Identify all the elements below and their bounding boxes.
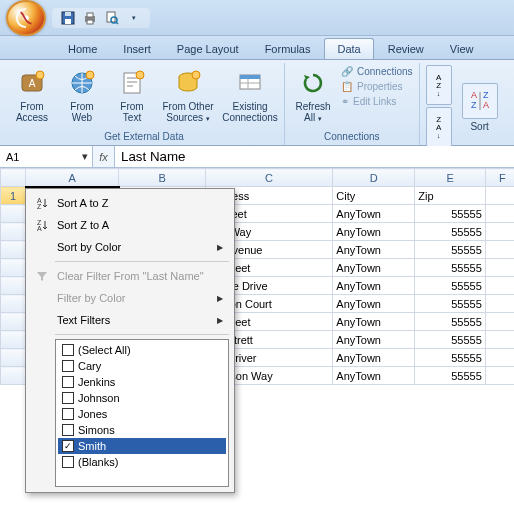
cell[interactable]: 55555 xyxy=(415,367,486,385)
save-icon[interactable] xyxy=(60,10,76,26)
formula-input[interactable] xyxy=(115,146,514,167)
from-text-button[interactable]: From Text xyxy=(110,65,154,123)
connections-label: Connections xyxy=(357,66,413,77)
print-preview-icon[interactable] xyxy=(104,10,120,26)
cell[interactable]: AnyTown xyxy=(333,331,415,349)
sort-za-button[interactable]: ZA↓ xyxy=(426,107,452,147)
cell[interactable]: 55555 xyxy=(415,259,486,277)
menu-sort-color[interactable]: Sort by Color ▶ xyxy=(29,236,231,258)
from-access-button[interactable]: A From Access xyxy=(10,65,54,123)
tab-formulas[interactable]: Formulas xyxy=(253,39,323,59)
cell[interactable]: 55555 xyxy=(415,205,486,223)
sort-dialog-button[interactable]: AZZA Sort xyxy=(458,81,502,132)
cell[interactable] xyxy=(485,259,514,277)
filter-check-item[interactable]: (Select All) xyxy=(58,342,226,358)
svg-point-19 xyxy=(136,71,144,79)
cell[interactable] xyxy=(485,331,514,349)
row-header[interactable] xyxy=(1,331,26,349)
worksheet-grid[interactable]: A B C D E F 1 Last Name▼ First Name Addr… xyxy=(0,168,514,385)
cell[interactable]: 55555 xyxy=(415,223,486,241)
menu-text-filters[interactable]: Text Filters ▶ xyxy=(29,309,231,331)
cell[interactable]: AnyTown xyxy=(333,349,415,367)
name-box[interactable] xyxy=(0,149,78,165)
checkbox-icon xyxy=(62,424,74,436)
cell-e1[interactable]: Zip xyxy=(415,187,486,205)
filter-check-item[interactable]: Simons xyxy=(58,422,226,438)
refresh-all-button[interactable]: Refresh All ▾ xyxy=(291,65,335,124)
filter-checklist[interactable]: (Select All)CaryJenkinsJohnsonJonesSimon… xyxy=(55,339,229,487)
connections-icon: 🔗 xyxy=(341,66,353,77)
cell[interactable]: 55555 xyxy=(415,313,486,331)
tab-review[interactable]: Review xyxy=(376,39,436,59)
cell[interactable]: AnyTown xyxy=(333,205,415,223)
row-header[interactable] xyxy=(1,277,26,295)
cell[interactable] xyxy=(485,241,514,259)
cell[interactable] xyxy=(485,277,514,295)
filter-item-label: (Select All) xyxy=(78,344,131,356)
cell[interactable]: AnyTown xyxy=(333,241,415,259)
svg-line-9 xyxy=(116,22,118,24)
sort-az-button[interactable]: AZ↓ xyxy=(426,65,452,105)
fx-button[interactable]: fx xyxy=(93,146,115,167)
col-header-f[interactable]: F xyxy=(485,169,514,187)
cell[interactable]: 55555 xyxy=(415,277,486,295)
other-sources-icon xyxy=(172,67,204,99)
filter-check-item[interactable]: Johnson xyxy=(58,390,226,406)
cell[interactable]: AnyTown xyxy=(333,367,415,385)
menu-sort-az-label: Sort A to Z xyxy=(53,197,231,209)
row-header[interactable] xyxy=(1,367,26,385)
qat-customize-icon[interactable]: ▾ xyxy=(126,10,142,26)
menu-sort-az[interactable]: AZ Sort A to Z xyxy=(29,192,231,214)
from-web-button[interactable]: From Web xyxy=(60,65,104,123)
row-header[interactable] xyxy=(1,241,26,259)
col-header-d[interactable]: D xyxy=(333,169,415,187)
cell[interactable] xyxy=(485,223,514,241)
filter-check-item[interactable]: (Blanks) xyxy=(58,454,226,470)
row-header[interactable] xyxy=(1,313,26,331)
row-header[interactable] xyxy=(1,205,26,223)
cell[interactable] xyxy=(485,295,514,313)
row-header[interactable] xyxy=(1,223,26,241)
existing-connections-button[interactable]: Existing Connections xyxy=(222,65,278,123)
filter-check-item[interactable]: Cary xyxy=(58,358,226,374)
col-header-a[interactable]: A xyxy=(26,169,119,187)
print-icon[interactable] xyxy=(82,10,98,26)
cell-d1[interactable]: City xyxy=(333,187,415,205)
col-header-c[interactable]: C xyxy=(205,169,332,187)
filter-item-label: Simons xyxy=(78,424,115,436)
cell[interactable] xyxy=(485,349,514,367)
filter-check-item[interactable]: ✓Smith xyxy=(58,438,226,454)
cell[interactable] xyxy=(485,367,514,385)
tab-insert[interactable]: Insert xyxy=(111,39,163,59)
cell-f1[interactable] xyxy=(485,187,514,205)
select-all-corner[interactable] xyxy=(1,169,26,187)
tab-view[interactable]: View xyxy=(438,39,486,59)
from-other-sources-button[interactable]: From Other Sources ▾ xyxy=(160,65,216,124)
filter-check-item[interactable]: Jones xyxy=(58,406,226,422)
col-header-e[interactable]: E xyxy=(415,169,486,187)
filter-check-item[interactable]: Jenkins xyxy=(58,374,226,390)
row-header[interactable] xyxy=(1,349,26,367)
row-header[interactable] xyxy=(1,259,26,277)
cell[interactable] xyxy=(485,313,514,331)
cell[interactable]: AnyTown xyxy=(333,295,415,313)
tab-data[interactable]: Data xyxy=(324,38,373,59)
col-header-b[interactable]: B xyxy=(119,169,206,187)
cell[interactable]: AnyTown xyxy=(333,313,415,331)
cell[interactable]: AnyTown xyxy=(333,259,415,277)
name-box-dropdown[interactable]: ▾ xyxy=(78,150,92,163)
tab-home[interactable]: Home xyxy=(56,39,109,59)
menu-sort-za[interactable]: ZA Sort Z to A xyxy=(29,214,231,236)
connections-button[interactable]: 🔗Connections xyxy=(341,65,413,78)
cell[interactable]: 55555 xyxy=(415,349,486,367)
cell[interactable]: 55555 xyxy=(415,331,486,349)
cell[interactable]: AnyTown xyxy=(333,223,415,241)
office-button[interactable] xyxy=(6,0,46,36)
tab-page-layout[interactable]: Page Layout xyxy=(165,39,251,59)
cell[interactable]: AnyTown xyxy=(333,277,415,295)
row-header[interactable] xyxy=(1,295,26,313)
row-header-1[interactable]: 1 xyxy=(1,187,26,205)
cell[interactable]: 55555 xyxy=(415,295,486,313)
cell[interactable] xyxy=(485,205,514,223)
cell[interactable]: 55555 xyxy=(415,241,486,259)
